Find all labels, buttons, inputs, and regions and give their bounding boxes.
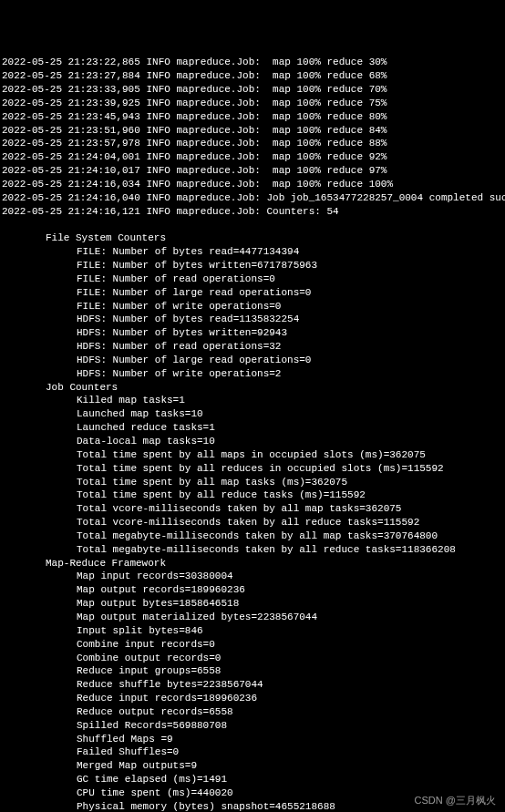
counter-item: Map output bytes=1858646518 xyxy=(2,597,503,611)
log-line: 2022-05-25 21:24:16,040 INFO mapreduce.J… xyxy=(2,191,503,205)
counter-item: GC time elapsed (ms)=1491 xyxy=(2,773,503,786)
counter-item: Failed Shuffles=0 xyxy=(2,745,503,759)
counter-item: FILE: Number of bytes read=4477134394 xyxy=(2,245,503,259)
counter-item: HDFS: Number of read operations=32 xyxy=(2,340,503,354)
counter-item: Total megabyte-milliseconds taken by all… xyxy=(2,543,503,557)
counter-item: Launched reduce tasks=1 xyxy=(2,421,503,435)
progress-log: 2022-05-25 21:23:22,865 INFO mapreduce.J… xyxy=(2,56,503,218)
counter-item: Combine input records=0 xyxy=(2,638,503,652)
counter-item: FILE: Number of bytes written=6717875963 xyxy=(2,259,503,272)
log-line: 2022-05-25 21:24:16,034 INFO mapreduce.J… xyxy=(2,178,503,191)
log-line: 2022-05-25 21:23:45,943 INFO mapreduce.J… xyxy=(2,110,503,124)
counter-item: Input split bytes=846 xyxy=(2,624,503,638)
counters-log: File System CountersFILE: Number of byte… xyxy=(2,231,503,812)
counter-item: Total time spent by all map tasks (ms)=3… xyxy=(2,476,503,489)
log-line: 2022-05-25 21:23:51,960 INFO mapreduce.J… xyxy=(2,124,503,138)
counter-item: Total megabyte-milliseconds taken by all… xyxy=(2,529,503,543)
counter-item: HDFS: Number of large read operations=0 xyxy=(2,354,503,367)
counter-item: Total time spent by all reduce tasks (ms… xyxy=(2,488,503,502)
counter-item: Reduce output records=6558 xyxy=(2,705,503,719)
log-line: 2022-05-25 21:23:39,925 INFO mapreduce.J… xyxy=(2,97,503,110)
log-line: 2022-05-25 21:23:22,865 INFO mapreduce.J… xyxy=(2,56,503,69)
log-line: 2022-05-25 21:24:04,001 INFO mapreduce.J… xyxy=(2,150,503,164)
counter-item: Reduce input groups=6558 xyxy=(2,664,503,678)
counter-item: Killed map tasks=1 xyxy=(2,394,503,407)
counter-item: Shuffled Maps =9 xyxy=(2,733,503,746)
counter-item: Total time spent by all reduces in occup… xyxy=(2,462,503,476)
counter-item: Total vcore-milliseconds taken by all re… xyxy=(2,516,503,529)
watermark: CSDN @三月枫火 xyxy=(415,794,496,807)
counter-item: Reduce input records=189960236 xyxy=(2,692,503,705)
counter-section-title: Job Counters xyxy=(2,381,503,395)
log-line: 2022-05-25 21:24:16,121 INFO mapreduce.J… xyxy=(2,205,503,219)
counter-item: Spilled Records=569880708 xyxy=(2,719,503,733)
counter-item: Launched map tasks=10 xyxy=(2,407,503,421)
counter-item: Map input records=30380004 xyxy=(2,570,503,583)
counter-section-title: Map-Reduce Framework xyxy=(2,557,503,570)
log-line: 2022-05-25 21:23:57,978 INFO mapreduce.J… xyxy=(2,137,503,150)
counter-item: HDFS: Number of write operations=2 xyxy=(2,367,503,381)
counter-item: Merged Map outputs=9 xyxy=(2,759,503,773)
counter-item: FILE: Number of write operations=0 xyxy=(2,300,503,313)
counter-item: Reduce shuffle bytes=2238567044 xyxy=(2,678,503,692)
counter-section-title: File System Counters xyxy=(2,231,503,245)
counter-item: FILE: Number of large read operations=0 xyxy=(2,286,503,300)
counter-item: Map output records=189960236 xyxy=(2,583,503,597)
counter-item: Total vcore-milliseconds taken by all ma… xyxy=(2,502,503,516)
log-line: 2022-05-25 21:23:27,884 INFO mapreduce.J… xyxy=(2,69,503,83)
counter-item: Total time spent by all maps in occupied… xyxy=(2,448,503,462)
counter-item: Data-local map tasks=10 xyxy=(2,435,503,448)
counter-item: Map output materialized bytes=2238567044 xyxy=(2,611,503,624)
counter-item: HDFS: Number of bytes read=1135832254 xyxy=(2,313,503,326)
log-line: 2022-05-25 21:23:33,905 INFO mapreduce.J… xyxy=(2,83,503,97)
counter-item: HDFS: Number of bytes written=92943 xyxy=(2,326,503,340)
log-line: 2022-05-25 21:24:10,017 INFO mapreduce.J… xyxy=(2,164,503,178)
counter-item: Combine output records=0 xyxy=(2,652,503,665)
counter-item: FILE: Number of read operations=0 xyxy=(2,272,503,286)
